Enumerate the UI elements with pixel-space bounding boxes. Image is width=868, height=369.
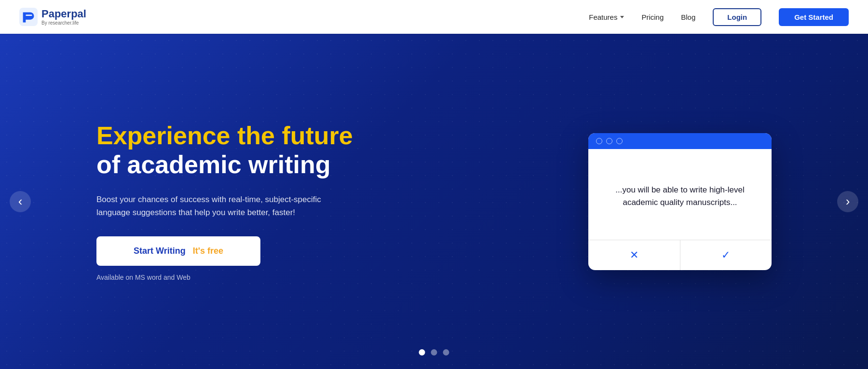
mockup-card: ...you will be able to write high-level …	[588, 133, 772, 270]
hero-title-yellow: Experience the future	[96, 122, 353, 150]
chevron-down-icon	[620, 16, 624, 18]
hero-content: Experience the future of academic writin…	[96, 122, 772, 281]
reject-action[interactable]: ✕	[588, 240, 680, 270]
navbar: Paperpal By researcher.life Features Pri…	[0, 0, 868, 34]
mockup-text: ...you will be able to write high-level …	[604, 184, 756, 208]
logo[interactable]: Paperpal By researcher.life	[19, 8, 86, 26]
logo-icon	[19, 8, 38, 26]
logo-name: Paperpal	[41, 8, 86, 20]
accept-action[interactable]: ✓	[680, 240, 772, 270]
its-free-label: It's free	[193, 246, 223, 256]
logo-sub: By researcher.life	[41, 20, 86, 26]
hero-title-white: of academic writing	[96, 150, 330, 178]
hero-description: Boost your chances of success with real-…	[96, 193, 347, 219]
hero-right: ...you will be able to write high-level …	[588, 133, 772, 270]
carousel-dots	[419, 349, 449, 355]
carousel-dot-2[interactable]	[431, 349, 437, 355]
hero-title: Experience the future of academic writin…	[96, 122, 353, 179]
start-writing-label: Start Writing	[134, 246, 186, 256]
window-dot-3	[616, 138, 623, 144]
accept-icon: ✓	[721, 249, 730, 261]
carousel-dot-3[interactable]	[443, 349, 449, 355]
window-dot-1	[596, 138, 602, 144]
mockup-body: ...you will be able to write high-level …	[588, 149, 772, 226]
start-writing-button[interactable]: Start Writing It's free	[96, 236, 260, 266]
mockup-header	[588, 133, 772, 149]
nav-features[interactable]: Features	[589, 13, 624, 21]
hero-left: Experience the future of academic writin…	[96, 122, 353, 281]
carousel-prev-button[interactable]: ‹	[10, 191, 31, 212]
carousel-dot-1[interactable]	[419, 349, 425, 355]
mockup-actions: ✕ ✓	[588, 240, 772, 270]
nav-blog[interactable]: Blog	[681, 13, 695, 21]
nav-links: Features Pricing Blog Login Get Started	[589, 8, 849, 26]
svg-rect-1	[26, 14, 32, 16]
reject-icon: ✕	[630, 249, 638, 261]
nav-pricing[interactable]: Pricing	[641, 13, 664, 21]
hero-section: ‹ Experience the future of academic writ…	[0, 34, 868, 369]
get-started-button[interactable]: Get Started	[779, 8, 849, 26]
login-button[interactable]: Login	[713, 8, 761, 26]
logo-text: Paperpal By researcher.life	[41, 8, 86, 25]
window-dot-2	[606, 138, 612, 144]
available-text: Available on MS word and Web	[96, 273, 353, 281]
carousel-next-button[interactable]: ›	[837, 191, 858, 212]
